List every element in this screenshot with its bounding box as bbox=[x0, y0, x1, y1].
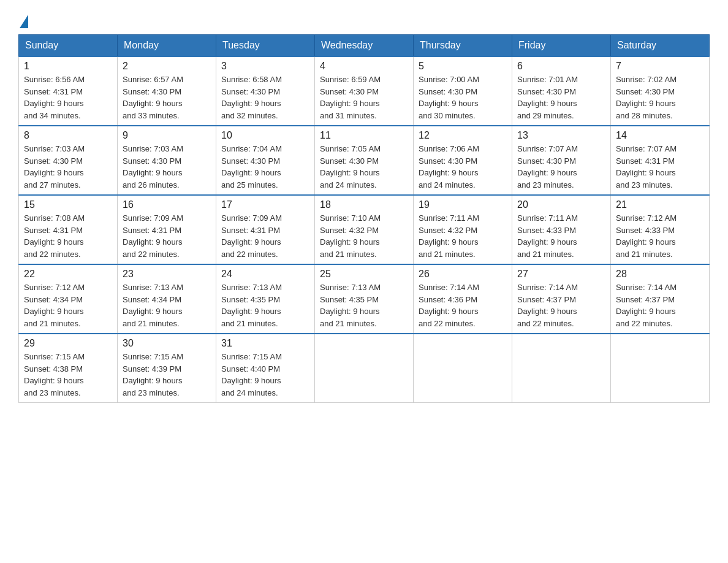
calendar-day-12: 12Sunrise: 7:06 AMSunset: 4:30 PMDayligh… bbox=[414, 126, 512, 195]
day-info: Sunrise: 7:01 AMSunset: 4:30 PMDaylight:… bbox=[517, 74, 605, 121]
calendar-header-saturday: Saturday bbox=[611, 35, 710, 57]
calendar-day-7: 7Sunrise: 7:02 AMSunset: 4:30 PMDaylight… bbox=[611, 56, 710, 126]
day-number: 12 bbox=[419, 130, 507, 141]
page-header bbox=[18, 12, 710, 28]
calendar-day-6: 6Sunrise: 7:01 AMSunset: 4:30 PMDaylight… bbox=[512, 56, 611, 126]
day-number: 11 bbox=[320, 130, 408, 141]
day-number: 9 bbox=[123, 130, 211, 141]
day-info: Sunrise: 7:12 AMSunset: 4:33 PMDaylight:… bbox=[616, 212, 704, 260]
day-info: Sunrise: 7:10 AMSunset: 4:32 PMDaylight:… bbox=[320, 212, 408, 260]
day-info: Sunrise: 7:00 AMSunset: 4:30 PMDaylight:… bbox=[419, 74, 507, 121]
calendar-day-11: 11Sunrise: 7:05 AMSunset: 4:30 PMDayligh… bbox=[315, 126, 414, 195]
calendar-day-8: 8Sunrise: 7:03 AMSunset: 4:30 PMDaylight… bbox=[19, 126, 118, 195]
logo-triangle-icon bbox=[20, 15, 28, 28]
day-number: 6 bbox=[517, 61, 605, 72]
calendar-header-sunday: Sunday bbox=[19, 35, 118, 57]
day-number: 21 bbox=[616, 199, 704, 210]
day-number: 8 bbox=[24, 130, 112, 141]
calendar-day-4: 4Sunrise: 6:59 AMSunset: 4:30 PMDaylight… bbox=[315, 56, 414, 126]
day-number: 16 bbox=[123, 199, 211, 210]
calendar-table: SundayMondayTuesdayWednesdayThursdayFrid… bbox=[18, 34, 710, 403]
day-number: 3 bbox=[221, 61, 309, 72]
calendar-empty-cell bbox=[611, 334, 710, 403]
day-info: Sunrise: 7:07 AMSunset: 4:30 PMDaylight:… bbox=[517, 143, 605, 191]
day-info: Sunrise: 7:09 AMSunset: 4:31 PMDaylight:… bbox=[123, 212, 211, 260]
day-info: Sunrise: 7:06 AMSunset: 4:30 PMDaylight:… bbox=[419, 143, 507, 191]
day-number: 23 bbox=[123, 269, 211, 280]
calendar-day-24: 24Sunrise: 7:13 AMSunset: 4:35 PMDayligh… bbox=[216, 264, 315, 334]
calendar-header-monday: Monday bbox=[118, 35, 216, 57]
calendar-day-21: 21Sunrise: 7:12 AMSunset: 4:33 PMDayligh… bbox=[611, 195, 710, 264]
calendar-day-10: 10Sunrise: 7:04 AMSunset: 4:30 PMDayligh… bbox=[216, 126, 315, 195]
calendar-header-wednesday: Wednesday bbox=[315, 35, 414, 57]
calendar-day-9: 9Sunrise: 7:03 AMSunset: 4:30 PMDaylight… bbox=[118, 126, 216, 195]
day-number: 10 bbox=[221, 130, 309, 141]
day-number: 4 bbox=[320, 61, 408, 72]
day-number: 19 bbox=[419, 199, 507, 210]
calendar-week-row-4: 22Sunrise: 7:12 AMSunset: 4:34 PMDayligh… bbox=[19, 264, 710, 334]
day-number: 26 bbox=[419, 269, 507, 280]
calendar-week-row-1: 1Sunrise: 6:56 AMSunset: 4:31 PMDaylight… bbox=[19, 56, 710, 126]
day-info: Sunrise: 7:04 AMSunset: 4:30 PMDaylight:… bbox=[221, 143, 309, 191]
day-info: Sunrise: 7:07 AMSunset: 4:31 PMDaylight:… bbox=[616, 143, 704, 191]
day-info: Sunrise: 7:15 AMSunset: 4:38 PMDaylight:… bbox=[24, 351, 112, 399]
day-info: Sunrise: 7:14 AMSunset: 4:37 PMDaylight:… bbox=[616, 282, 704, 329]
day-number: 20 bbox=[517, 199, 605, 210]
calendar-day-1: 1Sunrise: 6:56 AMSunset: 4:31 PMDaylight… bbox=[19, 56, 118, 126]
calendar-day-13: 13Sunrise: 7:07 AMSunset: 4:30 PMDayligh… bbox=[512, 126, 611, 195]
day-info: Sunrise: 7:11 AMSunset: 4:33 PMDaylight:… bbox=[517, 212, 605, 260]
calendar-day-29: 29Sunrise: 7:15 AMSunset: 4:38 PMDayligh… bbox=[19, 334, 118, 403]
calendar-day-26: 26Sunrise: 7:14 AMSunset: 4:36 PMDayligh… bbox=[414, 264, 512, 334]
calendar-day-20: 20Sunrise: 7:11 AMSunset: 4:33 PMDayligh… bbox=[512, 195, 611, 264]
day-info: Sunrise: 7:14 AMSunset: 4:36 PMDaylight:… bbox=[419, 282, 507, 329]
day-number: 1 bbox=[24, 61, 112, 72]
calendar-day-22: 22Sunrise: 7:12 AMSunset: 4:34 PMDayligh… bbox=[19, 264, 118, 334]
day-info: Sunrise: 7:05 AMSunset: 4:30 PMDaylight:… bbox=[320, 143, 408, 191]
day-info: Sunrise: 6:59 AMSunset: 4:30 PMDaylight:… bbox=[320, 74, 408, 121]
calendar-day-14: 14Sunrise: 7:07 AMSunset: 4:31 PMDayligh… bbox=[611, 126, 710, 195]
calendar-header-row: SundayMondayTuesdayWednesdayThursdayFrid… bbox=[19, 35, 710, 57]
day-info: Sunrise: 6:56 AMSunset: 4:31 PMDaylight:… bbox=[24, 74, 112, 121]
calendar-empty-cell bbox=[414, 334, 512, 403]
day-number: 7 bbox=[616, 61, 704, 72]
day-number: 15 bbox=[24, 199, 112, 210]
calendar-header-thursday: Thursday bbox=[414, 35, 512, 57]
calendar-empty-cell bbox=[315, 334, 414, 403]
day-info: Sunrise: 7:09 AMSunset: 4:31 PMDaylight:… bbox=[221, 212, 309, 260]
day-info: Sunrise: 7:15 AMSunset: 4:39 PMDaylight:… bbox=[123, 351, 211, 399]
calendar-day-30: 30Sunrise: 7:15 AMSunset: 4:39 PMDayligh… bbox=[118, 334, 216, 403]
calendar-day-2: 2Sunrise: 6:57 AMSunset: 4:30 PMDaylight… bbox=[118, 56, 216, 126]
day-info: Sunrise: 7:15 AMSunset: 4:40 PMDaylight:… bbox=[221, 351, 309, 399]
day-info: Sunrise: 7:02 AMSunset: 4:30 PMDaylight:… bbox=[616, 74, 704, 121]
logo bbox=[18, 12, 28, 28]
day-number: 31 bbox=[221, 338, 309, 349]
day-info: Sunrise: 6:57 AMSunset: 4:30 PMDaylight:… bbox=[123, 74, 211, 121]
calendar-week-row-2: 8Sunrise: 7:03 AMSunset: 4:30 PMDaylight… bbox=[19, 126, 710, 195]
day-number: 17 bbox=[221, 199, 309, 210]
day-info: Sunrise: 6:58 AMSunset: 4:30 PMDaylight:… bbox=[221, 74, 309, 121]
calendar-day-17: 17Sunrise: 7:09 AMSunset: 4:31 PMDayligh… bbox=[216, 195, 315, 264]
calendar-day-5: 5Sunrise: 7:00 AMSunset: 4:30 PMDaylight… bbox=[414, 56, 512, 126]
calendar-day-18: 18Sunrise: 7:10 AMSunset: 4:32 PMDayligh… bbox=[315, 195, 414, 264]
calendar-week-row-3: 15Sunrise: 7:08 AMSunset: 4:31 PMDayligh… bbox=[19, 195, 710, 264]
day-info: Sunrise: 7:13 AMSunset: 4:35 PMDaylight:… bbox=[320, 282, 408, 329]
calendar-day-3: 3Sunrise: 6:58 AMSunset: 4:30 PMDaylight… bbox=[216, 56, 315, 126]
calendar-day-31: 31Sunrise: 7:15 AMSunset: 4:40 PMDayligh… bbox=[216, 334, 315, 403]
calendar-header-tuesday: Tuesday bbox=[216, 35, 315, 57]
day-number: 18 bbox=[320, 199, 408, 210]
day-number: 29 bbox=[24, 338, 112, 349]
day-number: 14 bbox=[616, 130, 704, 141]
day-number: 24 bbox=[221, 269, 309, 280]
calendar-day-27: 27Sunrise: 7:14 AMSunset: 4:37 PMDayligh… bbox=[512, 264, 611, 334]
calendar-day-23: 23Sunrise: 7:13 AMSunset: 4:34 PMDayligh… bbox=[118, 264, 216, 334]
day-number: 28 bbox=[616, 269, 704, 280]
day-number: 2 bbox=[123, 61, 211, 72]
day-info: Sunrise: 7:13 AMSunset: 4:35 PMDaylight:… bbox=[221, 282, 309, 329]
day-number: 30 bbox=[123, 338, 211, 349]
day-info: Sunrise: 7:14 AMSunset: 4:37 PMDaylight:… bbox=[517, 282, 605, 329]
day-number: 22 bbox=[24, 269, 112, 280]
day-info: Sunrise: 7:12 AMSunset: 4:34 PMDaylight:… bbox=[24, 282, 112, 329]
calendar-day-16: 16Sunrise: 7:09 AMSunset: 4:31 PMDayligh… bbox=[118, 195, 216, 264]
calendar-day-28: 28Sunrise: 7:14 AMSunset: 4:37 PMDayligh… bbox=[611, 264, 710, 334]
calendar-day-15: 15Sunrise: 7:08 AMSunset: 4:31 PMDayligh… bbox=[19, 195, 118, 264]
